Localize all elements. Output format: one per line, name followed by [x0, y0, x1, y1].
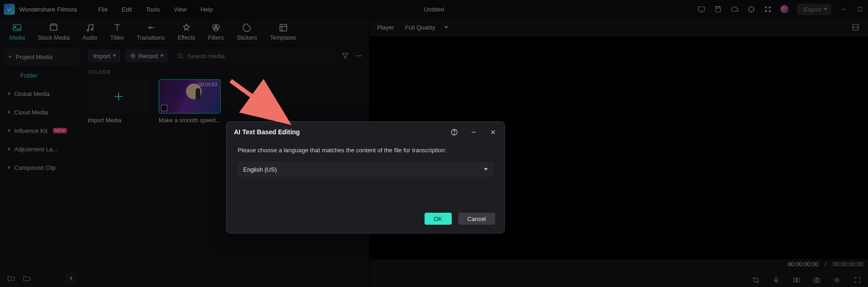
sidebar-label: Adjustment La... — [14, 146, 58, 153]
sidebar-item-project-media[interactable]: Project Media — [5, 48, 79, 66]
card-label: Make a smooth speed... — [159, 117, 221, 124]
tab-transitions[interactable]: Transitions — [137, 18, 165, 45]
svg-point-18 — [356, 55, 357, 56]
minimize-icon[interactable] — [839, 5, 848, 13]
player-settings-icon[interactable] — [851, 23, 861, 32]
ok-button[interactable]: OK — [425, 213, 452, 225]
new-badge: NEW — [53, 128, 67, 133]
tab-titles[interactable]: Titles — [110, 18, 124, 45]
tab-stickers[interactable]: Stickers — [237, 18, 257, 45]
quality-label: Full Quality — [405, 24, 435, 31]
tab-stock-media[interactable]: Stock Media — [38, 18, 70, 45]
tab-media-label: Media — [9, 35, 25, 41]
svg-point-17 — [179, 54, 182, 58]
screen-icon[interactable] — [697, 5, 706, 13]
svg-point-19 — [359, 55, 359, 56]
svg-rect-3 — [765, 6, 767, 8]
sidebar-item-global-media[interactable]: Global Media — [5, 85, 79, 102]
document-title: Untitled — [424, 6, 444, 13]
caret-down-icon — [8, 56, 12, 58]
media-clip-card[interactable]: 00:04:03 Make a smooth speed... — [159, 79, 221, 124]
svg-rect-7 — [858, 7, 862, 11]
tab-stock-media-label: Stock Media — [38, 35, 70, 41]
record-dropdown[interactable]: Record — [125, 49, 168, 62]
help-icon[interactable] — [450, 128, 458, 136]
card-label: Import Media — [88, 117, 150, 124]
record-icon — [131, 54, 135, 58]
clip-duration: 00:04:03 — [198, 82, 217, 87]
menu-edit[interactable]: Edit — [122, 6, 132, 13]
tab-audio[interactable]: Audio — [83, 18, 97, 45]
menu-help[interactable]: Help — [200, 6, 213, 13]
app-logo-icon — [4, 4, 15, 15]
svg-rect-5 — [765, 10, 767, 12]
close-dialog-icon[interactable] — [489, 128, 497, 136]
crop-icon[interactable] — [752, 276, 760, 284]
svg-point-28 — [454, 133, 454, 134]
svg-rect-0 — [699, 7, 705, 11]
svg-rect-10 — [50, 25, 57, 30]
caret-right-icon — [8, 147, 11, 151]
clip-thumbnail: 00:04:03 — [159, 79, 221, 114]
svg-rect-23 — [794, 278, 796, 282]
tab-effects[interactable]: Effects — [178, 18, 195, 45]
svg-rect-24 — [797, 278, 799, 282]
cloud-icon[interactable] — [730, 5, 739, 13]
menu-view[interactable]: View — [174, 6, 186, 13]
tab-templates-label: Templates — [270, 35, 296, 41]
user-avatar[interactable] — [780, 5, 789, 13]
time-total: 00:00:00:00 — [833, 261, 863, 268]
time-separator: / — [825, 261, 826, 268]
svg-rect-6 — [769, 10, 771, 12]
new-bin-icon[interactable] — [22, 274, 31, 283]
snapshot-icon[interactable] — [813, 276, 821, 284]
save-icon[interactable] — [714, 5, 722, 13]
apps-icon[interactable] — [764, 5, 772, 13]
language-value: English (US) — [243, 166, 277, 173]
sidebar-label: Cloud Media — [14, 109, 48, 116]
sidebar-item-cloud-media[interactable]: Cloud Media — [5, 103, 79, 121]
more-icon[interactable] — [354, 51, 364, 60]
language-select[interactable]: English (US) — [238, 162, 493, 177]
caret-right-icon — [8, 110, 11, 114]
voice-icon[interactable] — [772, 276, 780, 284]
collapse-sidebar-button[interactable] — [66, 273, 76, 283]
fullscreen-icon[interactable] — [853, 276, 862, 284]
filter-icon[interactable] — [341, 51, 350, 60]
export-button[interactable]: Export — [797, 4, 831, 15]
minimize-dialog-icon[interactable] — [469, 128, 478, 136]
tab-audio-label: Audio — [83, 35, 97, 41]
sidebar-item-compound-clip[interactable]: Compound Clip — [5, 159, 79, 176]
clip-marker-icon — [161, 105, 168, 111]
menu-tools[interactable]: Tools — [146, 6, 160, 13]
section-label: FOLDER — [89, 69, 364, 75]
sidebar-label: Global Media — [14, 90, 50, 97]
tab-filters[interactable]: Filters — [208, 18, 224, 45]
compare-icon[interactable] — [792, 276, 801, 284]
volume-icon[interactable] — [833, 276, 841, 284]
sidebar-item-adjustment-layer[interactable]: Adjustment La... — [5, 140, 79, 158]
media-icon — [12, 23, 22, 33]
new-folder-icon[interactable] — [6, 274, 16, 283]
sidebar-item-folder[interactable]: Folder — [5, 66, 79, 84]
plus-icon — [88, 79, 150, 114]
menu-file[interactable]: File — [98, 6, 108, 13]
tab-filters-label: Filters — [208, 35, 224, 41]
import-dropdown[interactable]: Import — [88, 49, 120, 62]
quality-dropdown[interactable]: Full Quality — [405, 24, 448, 31]
templates-icon — [278, 23, 288, 33]
support-icon[interactable] — [747, 5, 755, 13]
maximize-icon[interactable] — [856, 5, 864, 13]
media-sidebar: Project Media Folder Global Media Cloud … — [0, 45, 82, 287]
tab-media[interactable]: Media — [9, 18, 25, 45]
main-menu: File Edit Tools View Help — [98, 6, 213, 13]
svg-rect-4 — [769, 6, 771, 8]
tab-templates[interactable]: Templates — [270, 18, 296, 45]
time-current: 00:00:00:00 — [788, 261, 818, 268]
titles-icon — [112, 23, 122, 33]
sidebar-item-influence-kit[interactable]: Influence Kit NEW — [5, 122, 79, 139]
cancel-button[interactable]: Cancel — [458, 213, 495, 225]
search-input[interactable]: Search media — [173, 49, 336, 62]
stock-media-icon — [48, 23, 59, 33]
import-media-card[interactable]: Import Media — [88, 79, 150, 124]
